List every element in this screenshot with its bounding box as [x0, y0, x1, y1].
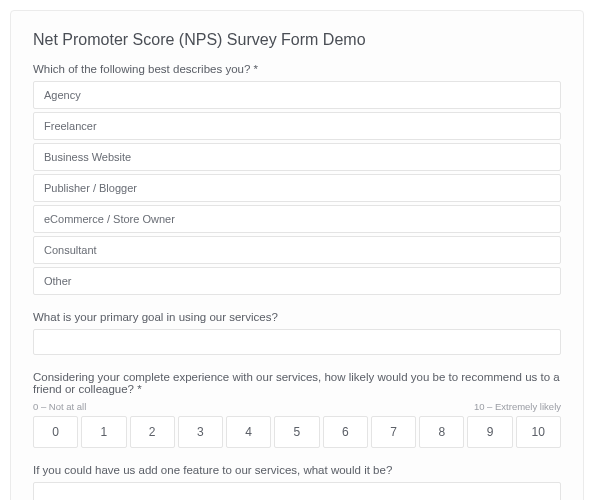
scale-4[interactable]: 4: [226, 416, 271, 448]
option-freelancer[interactable]: Freelancer: [33, 112, 561, 140]
form-title: Net Promoter Score (NPS) Survey Form Dem…: [33, 31, 561, 49]
option-agency[interactable]: Agency: [33, 81, 561, 109]
scale-8[interactable]: 8: [419, 416, 464, 448]
scale-2[interactable]: 2: [130, 416, 175, 448]
question-label: If you could have us add one feature to …: [33, 464, 561, 476]
scale-low-label: 0 – Not at all: [33, 401, 86, 412]
question-feature-request: If you could have us add one feature to …: [33, 464, 561, 500]
scale-5[interactable]: 5: [274, 416, 319, 448]
option-consultant[interactable]: Consultant: [33, 236, 561, 264]
question-label: Which of the following best describes yo…: [33, 63, 561, 75]
option-ecommerce-store-owner[interactable]: eCommerce / Store Owner: [33, 205, 561, 233]
scale-7[interactable]: 7: [371, 416, 416, 448]
question-label: What is your primary goal in using our s…: [33, 311, 561, 323]
scale-3[interactable]: 3: [178, 416, 223, 448]
primary-goal-input[interactable]: [33, 329, 561, 355]
question-label: Considering your complete experience wit…: [33, 371, 561, 395]
option-publisher-blogger[interactable]: Publisher / Blogger: [33, 174, 561, 202]
feature-request-textarea[interactable]: [33, 482, 561, 500]
form-card: Net Promoter Score (NPS) Survey Form Dem…: [10, 10, 584, 500]
scale-6[interactable]: 6: [323, 416, 368, 448]
question-nps: Considering your complete experience wit…: [33, 371, 561, 448]
scale-1[interactable]: 1: [81, 416, 126, 448]
scale-high-label: 10 – Extremely likely: [474, 401, 561, 412]
question-primary-goal: What is your primary goal in using our s…: [33, 311, 561, 355]
scale-9[interactable]: 9: [467, 416, 512, 448]
options-list: Agency Freelancer Business Website Publi…: [33, 81, 561, 295]
question-describes-you: Which of the following best describes yo…: [33, 63, 561, 295]
scale-0[interactable]: 0: [33, 416, 78, 448]
scale-10[interactable]: 10: [516, 416, 561, 448]
option-other[interactable]: Other: [33, 267, 561, 295]
scale-row: 0 1 2 3 4 5 6 7 8 9 10: [33, 416, 561, 448]
option-business-website[interactable]: Business Website: [33, 143, 561, 171]
scale-endpoints: 0 – Not at all 10 – Extremely likely: [33, 401, 561, 412]
